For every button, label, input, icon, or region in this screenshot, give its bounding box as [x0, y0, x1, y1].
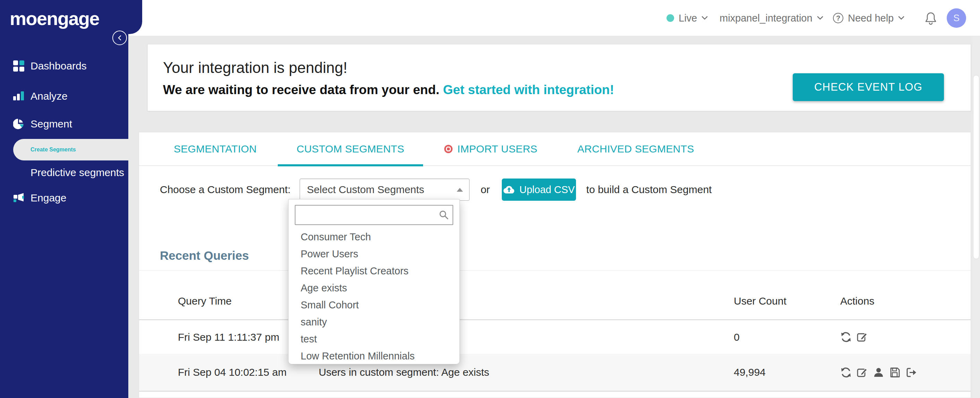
sidebar: moengage Dashboards Analyze: [0, 0, 128, 398]
tab-segmentation[interactable]: SEGMENTATION: [174, 132, 257, 166]
help-menu[interactable]: ? Need help: [833, 0, 904, 36]
save-icon[interactable]: [889, 367, 900, 378]
upload-csv-label: Upload CSV: [519, 184, 575, 195]
segment-tabs: SEGMENTATION CUSTOM SEGMENTS IMPORT USER…: [139, 132, 970, 166]
segment-option[interactable]: Recent Playlist Creators: [288, 262, 460, 280]
sidebar-item-dashboards[interactable]: Dashboards: [0, 55, 128, 77]
query-time-value: Fri Sep 04 10:02:15 am: [178, 354, 287, 391]
environment-label: Live: [679, 13, 697, 24]
edit-icon[interactable]: [856, 367, 868, 378]
moengage-logo[interactable]: moengage: [10, 8, 99, 29]
table-header: Query Time User Count Actions: [139, 292, 970, 310]
search-icon: [439, 210, 449, 220]
export-icon[interactable]: [905, 367, 917, 378]
triangle-up-icon: [457, 188, 463, 192]
moengage-app: Live mixpanel_integration ? Need help S …: [0, 0, 980, 398]
chevron-left-icon: [117, 35, 123, 41]
chooser-suffix-text: to build a Custom Segment: [586, 184, 712, 195]
banner-subtitle-text: We are waiting to receive data from your…: [163, 83, 439, 97]
scrollbar-thumb[interactable]: [973, 75, 979, 259]
custom-segment-chooser: Choose a Custom Segment: Select Custom S…: [139, 179, 970, 201]
get-started-link[interactable]: Get started with integration!: [443, 83, 614, 97]
segment-search-input[interactable]: [295, 205, 453, 225]
tab-label: ARCHIVED SEGMENTS: [578, 143, 694, 155]
sidebar-item-label: Create Segments: [30, 147, 76, 153]
tab-label: IMPORT USERS: [457, 143, 538, 155]
recent-queries-title: Recent Queries: [160, 249, 249, 262]
user-count-value: 49,994: [734, 354, 766, 391]
integration-pending-banner: Your integration is pending! We are wait…: [147, 44, 971, 111]
megaphone-icon: [13, 192, 24, 203]
grid-icon: [13, 61, 24, 72]
workspace-switcher[interactable]: mixpanel_integration: [719, 0, 823, 36]
sidebar-item-label: Engage: [30, 192, 66, 204]
tab-import-users[interactable]: IMPORT USERS: [444, 132, 538, 166]
notifications-bell-icon[interactable]: [924, 11, 937, 26]
column-user-count: User Count: [734, 292, 786, 310]
banner-subtitle: We are waiting to receive data from your…: [163, 83, 614, 97]
tab-custom-segments[interactable]: CUSTOM SEGMENTS: [296, 132, 404, 166]
tab-label: SEGMENTATION: [174, 143, 257, 155]
column-query-time: Query Time: [178, 292, 232, 310]
top-bar: Live mixpanel_integration ? Need help S: [128, 0, 980, 36]
select-value: Select Custom Segments: [307, 184, 424, 195]
refresh-icon[interactable]: [840, 367, 852, 378]
column-actions: Actions: [840, 292, 874, 310]
custom-segment-dropdown: Consumer Tech Power Users Recent Playlis…: [288, 199, 460, 364]
segment-option[interactable]: Age exists: [288, 280, 460, 297]
live-status-dot: [667, 14, 674, 22]
custom-segment-select[interactable]: Select Custom Segments: [300, 179, 469, 201]
segment-option[interactable]: Power Users: [288, 246, 460, 262]
environment-switcher[interactable]: Live: [667, 0, 708, 36]
pie-chart-icon: [13, 118, 24, 129]
sidebar-item-engage[interactable]: Engage: [0, 187, 128, 209]
segment-option[interactable]: test: [288, 331, 460, 348]
segment-option[interactable]: sanity: [288, 313, 460, 331]
chevron-down-icon: [898, 16, 904, 20]
tab-label: CUSTOM SEGMENTS: [296, 143, 404, 155]
sidebar-item-segment[interactable]: Segment: [0, 113, 128, 135]
tab-archived-segments[interactable]: ARCHIVED SEGMENTS: [578, 132, 694, 166]
sidebar-item-create-segments[interactable]: Create Segments: [13, 139, 128, 160]
scrollbar-track[interactable]: [972, 36, 980, 398]
workspace-name: mixpanel_integration: [719, 13, 813, 24]
segment-option[interactable]: Low Retention Millennials: [288, 348, 460, 364]
sidebar-item-label: Analyze: [30, 90, 68, 102]
segment-option[interactable]: Small Cohort: [288, 297, 460, 313]
row-actions: [840, 320, 868, 354]
chevron-down-icon: [702, 16, 708, 20]
upload-csv-button[interactable]: Upload CSV: [502, 179, 576, 201]
bar-chart-icon: [13, 91, 24, 102]
sidebar-collapse-button[interactable]: [112, 30, 127, 45]
chevron-down-icon: [817, 16, 823, 20]
table-row: Fri Sep 11 1:11:37 pm 0: [139, 320, 970, 354]
segment-options-list: Consumer Tech Power Users Recent Playlis…: [288, 229, 460, 364]
red-ring-dot-icon: [444, 145, 453, 153]
sidebar-item-predictive-segments[interactable]: Predictive segments: [0, 161, 128, 184]
segment-option[interactable]: Consumer Tech: [288, 229, 460, 246]
sidebar-item-label: Segment: [30, 118, 72, 130]
sidebar-item-analyze[interactable]: Analyze: [0, 85, 128, 107]
row-actions: [840, 354, 917, 391]
user-avatar[interactable]: S: [947, 8, 966, 28]
user-icon[interactable]: [873, 367, 884, 378]
query-time-value: Fri Sep 11 1:11:37 pm: [178, 320, 279, 354]
or-text: or: [480, 184, 490, 195]
help-label: Need help: [848, 13, 894, 24]
question-circle-icon: ?: [833, 13, 843, 23]
check-event-log-button[interactable]: CHECK EVENT LOG: [793, 73, 944, 101]
segments-panel: SEGMENTATION CUSTOM SEGMENTS IMPORT USER…: [139, 132, 971, 398]
chooser-label: Choose a Custom Segment:: [160, 184, 291, 195]
sidebar-item-label: Predictive segments: [30, 167, 124, 179]
banner-title: Your integration is pending!: [163, 59, 347, 77]
avatar-initial: S: [953, 13, 959, 24]
edit-icon[interactable]: [856, 331, 868, 343]
refresh-icon[interactable]: [840, 331, 852, 343]
sidebar-item-label: Dashboards: [30, 60, 87, 72]
user-count-value: 0: [734, 320, 740, 354]
table-row: Fri Sep 04 10:02:15 am Users in custom s…: [139, 354, 970, 392]
divider: [139, 270, 970, 270]
cloud-upload-icon: [503, 185, 515, 195]
